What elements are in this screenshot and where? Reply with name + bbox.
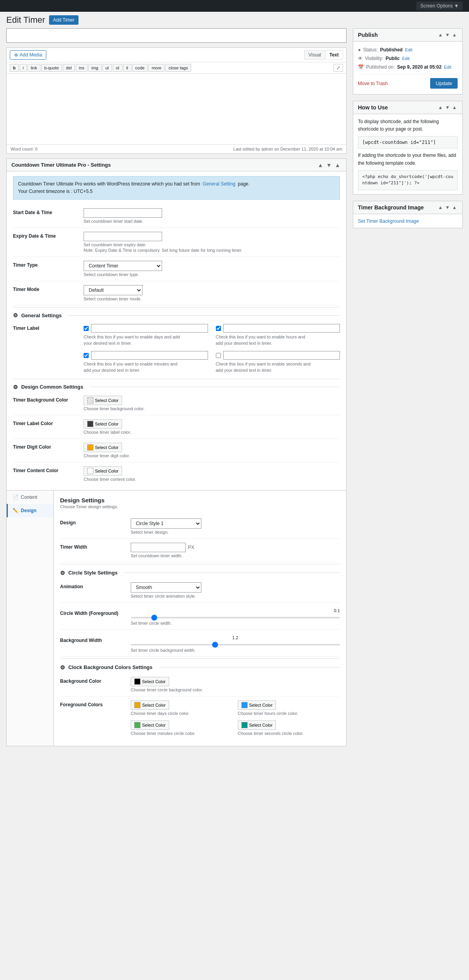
timer-label-color-button[interactable]: Select Color <box>84 419 122 429</box>
fg-minutes-button[interactable]: Select Color <box>131 720 169 730</box>
start-date-hint: Set countdown timer start date. <box>84 219 162 224</box>
more-button[interactable]: more <box>148 64 164 72</box>
li-button[interactable]: li <box>123 64 131 72</box>
how-to-use-title: How to Use <box>358 104 388 111</box>
ins-button[interactable]: ins <box>76 64 88 72</box>
panel-down-button[interactable]: ▼ <box>325 162 333 168</box>
visibility-edit-link[interactable]: Edit <box>402 56 409 61</box>
panel-up-button[interactable]: ▲ <box>316 162 324 168</box>
how-to-down-button[interactable]: ▼ <box>444 105 451 110</box>
timer-bg-image-body: Set Timer Background Image <box>353 214 462 228</box>
how-to-up-button[interactable]: ▲ <box>437 105 443 110</box>
info-text: Countdown Timer Ultimate Pro works with … <box>18 181 200 187</box>
bg-width-slider[interactable] <box>131 644 340 645</box>
seconds-text-input[interactable]: Seconds <box>223 351 340 360</box>
clock-bg-color-content: Select Color Choose timer circle backgro… <box>131 677 203 692</box>
editor-content-area[interactable] <box>7 74 346 144</box>
post-title-input[interactable]: Countdown Timer <box>6 28 347 43</box>
seconds-hint: Check this box if you want to enable sec… <box>216 361 340 373</box>
fullscreen-button[interactable]: ⤢ <box>334 64 343 72</box>
publish-toggle-button[interactable]: ▲ <box>451 32 458 38</box>
publish-box: Publish ▲ ▼ ▲ ● Status: Published Edit 👁 <box>353 28 463 95</box>
status-edit-link[interactable]: Edit <box>405 47 412 52</box>
minutes-checkbox[interactable] <box>84 353 89 358</box>
timer-digit-color-button[interactable]: Select Color <box>84 443 122 452</box>
fg-days-button[interactable]: Select Color <box>131 700 169 710</box>
fg-days-btn-label: Select Color <box>142 703 166 707</box>
add-timer-button[interactable]: Add Timer <box>49 15 78 25</box>
minutes-text-input[interactable]: Minutes <box>91 351 208 360</box>
content-tab-item[interactable]: 📄 Content <box>7 491 53 504</box>
add-media-button[interactable]: ⊕ Add Media <box>10 50 46 60</box>
timer-bg-color-button[interactable]: Select Color <box>84 396 122 405</box>
circle-width-hint: Set timer circle width. <box>131 621 340 625</box>
timer-bg-color-content: Select Color Choose timer background col… <box>84 396 144 411</box>
general-setting-link[interactable]: General Setting <box>203 181 235 187</box>
published-edit-link[interactable]: Edit <box>444 65 451 69</box>
timer-bg-image-up-button[interactable]: ▲ <box>437 205 443 210</box>
how-to-toggle-button[interactable]: ▲ <box>451 105 458 110</box>
design-tab-content: Design Settings Choose Timer design sett… <box>54 491 346 746</box>
publish-down-button[interactable]: ▼ <box>444 32 451 38</box>
clock-bg-color-button[interactable]: Select Color <box>131 677 169 686</box>
publish-box-header: Publish ▲ ▼ ▲ <box>353 29 462 42</box>
timer-type-select[interactable]: Content Timer <box>84 261 162 271</box>
bg-width-label: Background Width <box>60 634 131 643</box>
timer-label-color-row: Timer Label Color Select Color Choose ti… <box>13 415 340 439</box>
circle-width-slider[interactable] <box>131 617 340 618</box>
ol-button[interactable]: ol <box>113 64 122 72</box>
days-checkbox[interactable] <box>84 326 89 331</box>
main-column: Countdown Timer ⊕ Add Media Visual Text … <box>6 28 347 751</box>
fg-seconds-button[interactable]: Select Color <box>238 720 276 730</box>
editor-footer: Word count: 0 Last edited by admin on De… <box>7 144 346 153</box>
seconds-checkbox[interactable] <box>216 353 221 358</box>
publish-box-body: ● Status: Published Edit 👁 Visibility: P… <box>353 42 462 94</box>
screen-options-button[interactable]: Screen Options ▼ <box>416 2 463 10</box>
publish-up-button[interactable]: ▲ <box>437 32 443 38</box>
code-button[interactable]: code <box>132 64 148 72</box>
timer-bg-image-toggle-button[interactable]: ▲ <box>451 205 458 210</box>
design-select[interactable]: Circle Style 1 <box>131 518 201 529</box>
animation-select[interactable]: Smooth <box>131 582 201 593</box>
img-button[interactable]: img <box>88 64 102 72</box>
bold-button[interactable]: b <box>10 64 19 72</box>
timer-mode-label: Timer Mode <box>13 285 84 292</box>
timer-content-color-label: Timer Content Color <box>13 466 84 473</box>
fg-hours-button[interactable]: Select Color <box>238 700 276 710</box>
timer-mode-select[interactable]: Default <box>84 285 142 295</box>
visual-tab[interactable]: Visual <box>304 50 325 60</box>
move-to-trash-link[interactable]: Move to Trash <box>358 81 388 86</box>
side-column: Publish ▲ ▼ ▲ ● Status: Published Edit 👁 <box>353 28 463 235</box>
publish-chevrons: ▲ ▼ ▲ <box>437 32 458 38</box>
timer-label-swatch <box>87 421 93 427</box>
timer-width-input[interactable] <box>131 543 186 552</box>
fg-hours-hint: Choose timer hours circle color. <box>238 711 340 716</box>
close-tags-button[interactable]: close tags <box>165 64 191 72</box>
design-settings-section: 📄 Content ✏️ Design Design Settings Choo… <box>7 490 346 746</box>
link-button[interactable]: link <box>27 64 40 72</box>
hours-checkbox[interactable] <box>216 326 221 331</box>
set-timer-bg-image-link[interactable]: Set Timer Background Image <box>358 218 419 224</box>
content-tab-icon: 📄 <box>13 495 18 500</box>
timer-content-color-button[interactable]: Select Color <box>84 466 122 476</box>
published-row: 📅 Published on: Sep 9, 2020 at 05:02 Edi… <box>358 63 458 71</box>
timer-label-content: Days Check this box if you want to enabl… <box>84 324 340 373</box>
days-text-input[interactable]: Days <box>91 324 208 333</box>
publish-title: Publish <box>358 32 378 38</box>
start-date-input[interactable] <box>84 208 162 218</box>
settings-panel: Countdown Timer Ultimate Pro - Settings … <box>6 158 347 746</box>
hours-text-input[interactable]: Hours <box>223 324 340 333</box>
del-button[interactable]: del <box>63 64 75 72</box>
panel-collapse-buttons: ▲ ▼ ▲ <box>316 162 341 168</box>
italic-button[interactable]: i <box>20 64 27 72</box>
panel-toggle-button[interactable]: ▲ <box>334 162 341 168</box>
timer-bg-image-down-button[interactable]: ▼ <box>444 205 451 210</box>
settings-panel-title: Countdown Timer Ultimate Pro - Settings <box>11 162 111 168</box>
expiry-date-input[interactable]: 2020-12-31 10:29:59 <box>84 232 162 241</box>
bquote-button[interactable]: b-quote <box>41 64 62 72</box>
ul-button[interactable]: ul <box>102 64 112 72</box>
text-tab[interactable]: Text <box>325 50 343 60</box>
update-button[interactable]: Update <box>430 78 458 89</box>
timer-digit-color-btn-label: Select Color <box>95 445 119 450</box>
design-tab-item[interactable]: ✏️ Design <box>7 504 53 517</box>
